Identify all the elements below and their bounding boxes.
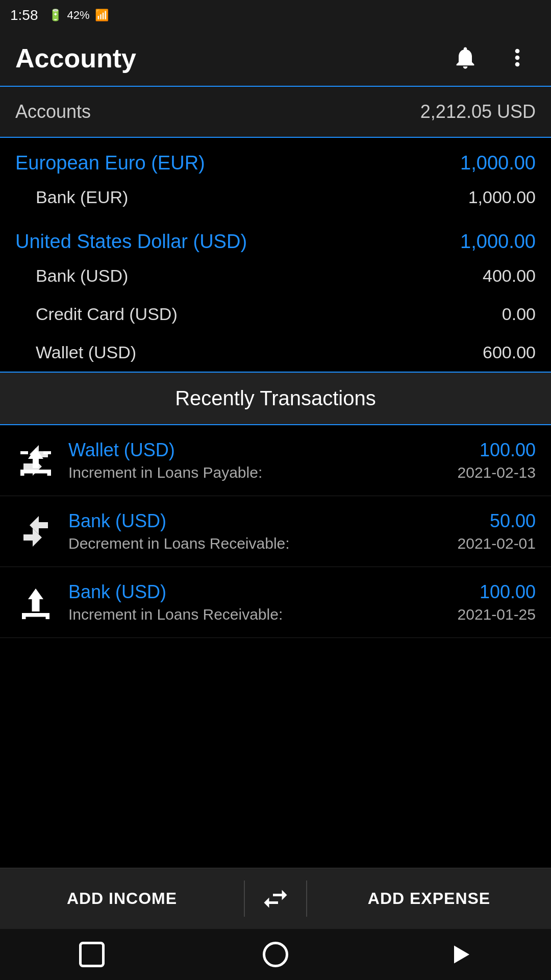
svg-rect-1 — [20, 470, 24, 476]
account-name-creditcard-usd: Credit Card (USD) — [36, 304, 178, 324]
back-nav-button[interactable] — [77, 939, 107, 970]
app-bar: Accounty — [0, 31, 551, 87]
account-amount-bank-eur: 1,000.00 — [468, 187, 536, 207]
add-income-button[interactable]: ADD INCOME — [0, 868, 244, 929]
transaction-description-3: Increment in Loans Receivable: — [68, 606, 445, 623]
account-amount-creditcard-usd: 0.00 — [502, 304, 536, 324]
currency-name-usd: United States Dollar (USD) — [15, 231, 247, 253]
transaction-details-2: Bank (USD) Decrement in Loans Receivable… — [68, 510, 445, 552]
account-amount-bank-usd: 400.00 — [483, 266, 536, 286]
notification-button[interactable] — [447, 39, 484, 78]
currency-amount-eur: 1,000.00 — [460, 152, 536, 174]
app-title: Accounty — [15, 43, 136, 74]
status-icons: 🔋 42% 📶 — [48, 9, 109, 22]
transaction-account-2: Bank (USD) — [68, 510, 445, 532]
account-name-wallet-usd: Wallet (USD) — [36, 342, 136, 362]
status-time: 1:58 — [10, 7, 38, 23]
signal-icon: 📶 — [95, 9, 109, 22]
transfer-in-icon — [17, 442, 54, 479]
transaction-amount-3: 100.00 — [458, 581, 536, 603]
triangle-icon — [444, 939, 474, 970]
transfer-button[interactable] — [245, 868, 306, 929]
account-row-bank-eur[interactable]: Bank (EUR) 1,000.00 — [0, 178, 551, 216]
transactions-title: Recently Transactions — [175, 387, 376, 409]
transaction-item-3[interactable]: Bank (USD) Increment in Loans Receivable… — [0, 567, 551, 638]
accounts-label: Accounts — [15, 101, 91, 122]
transaction-icon-1 — [15, 440, 56, 481]
content-area: Accounts 2,212.05 USD European Euro (EUR… — [0, 87, 551, 868]
svg-point-11 — [264, 943, 287, 966]
account-row-creditcard-usd[interactable]: Credit Card (USD) 0.00 — [0, 295, 551, 333]
transaction-details-1: Wallet (USD) Increment in Loans Payable: — [68, 439, 445, 481]
transaction-account-3: Bank (USD) — [68, 581, 445, 603]
currency-group-eur: European Euro (EUR) 1,000.00 Bank (EUR) … — [0, 138, 551, 216]
transaction-icon-3 — [15, 582, 56, 623]
account-row-wallet-usd[interactable]: Wallet (USD) 600.00 — [0, 333, 551, 372]
transaction-description-2: Decrement in Loans Receivable: — [68, 535, 445, 552]
transaction-account-1: Wallet (USD) — [68, 439, 445, 461]
bell-icon — [452, 44, 479, 71]
transaction-amount-2: 50.00 — [458, 510, 536, 532]
svg-marker-9 — [28, 589, 43, 611]
account-row-bank-usd[interactable]: Bank (USD) 400.00 — [0, 257, 551, 295]
transaction-item-1[interactable]: Wallet (USD) Increment in Loans Payable:… — [0, 425, 551, 496]
currency-row-eur[interactable]: European Euro (EUR) 1,000.00 — [0, 138, 551, 178]
transaction-right-3: 100.00 2021-01-25 — [458, 581, 536, 623]
more-vert-icon — [504, 44, 531, 71]
transaction-date-1: 2021-02-13 — [458, 464, 536, 481]
currency-name-eur: European Euro (EUR) — [15, 152, 205, 174]
transaction-right-2: 50.00 2021-02-01 — [458, 510, 536, 552]
more-options-button[interactable] — [499, 39, 536, 78]
currency-group-usd: United States Dollar (USD) 1,000.00 Bank… — [0, 216, 551, 372]
transaction-details-3: Bank (USD) Increment in Loans Receivable… — [68, 581, 445, 623]
svg-rect-2 — [47, 470, 52, 476]
nav-bar — [0, 929, 551, 980]
account-amount-wallet-usd: 600.00 — [483, 342, 536, 362]
svg-rect-8 — [46, 613, 50, 619]
svg-rect-7 — [22, 613, 26, 619]
status-bar: 1:58 🔋 42% 📶 — [0, 0, 551, 31]
square-icon — [77, 939, 107, 970]
add-expense-button[interactable]: ADD EXPENSE — [307, 868, 551, 929]
transactions-header: Recently Transactions — [0, 373, 551, 425]
currency-row-usd[interactable]: United States Dollar (USD) 1,000.00 — [0, 216, 551, 257]
account-name-bank-eur: Bank (EUR) — [36, 187, 128, 207]
svg-rect-6 — [22, 613, 49, 617]
battery-icon: 🔋 — [48, 9, 62, 22]
transfer-icon — [17, 513, 54, 550]
bottom-action-bar: ADD INCOME ADD EXPENSE — [0, 868, 551, 929]
transfer-arrows-icon — [260, 884, 291, 914]
transaction-item-2[interactable]: Bank (USD) Decrement in Loans Receivable… — [0, 496, 551, 567]
accounts-header: Accounts 2,212.05 USD — [0, 87, 551, 138]
recent-nav-button[interactable] — [444, 939, 474, 970]
currency-amount-usd: 1,000.00 — [460, 231, 536, 253]
home-nav-button[interactable] — [260, 939, 291, 970]
transaction-amount-1: 100.00 — [458, 439, 536, 461]
transaction-description-1: Increment in Loans Payable: — [68, 464, 445, 481]
svg-rect-10 — [81, 943, 104, 966]
app-bar-icons — [447, 39, 536, 78]
transaction-right-1: 100.00 2021-02-13 — [458, 439, 536, 481]
battery-percent: 42% — [67, 9, 90, 22]
account-name-bank-usd: Bank (USD) — [36, 266, 128, 286]
transaction-date-2: 2021-02-01 — [458, 535, 536, 552]
accounts-total: 2,212.05 USD — [420, 101, 536, 122]
upload-icon — [17, 584, 54, 621]
transaction-date-3: 2021-01-25 — [458, 606, 536, 623]
circle-icon — [260, 939, 291, 970]
transaction-icon-2 — [15, 511, 56, 552]
svg-marker-12 — [454, 946, 469, 964]
